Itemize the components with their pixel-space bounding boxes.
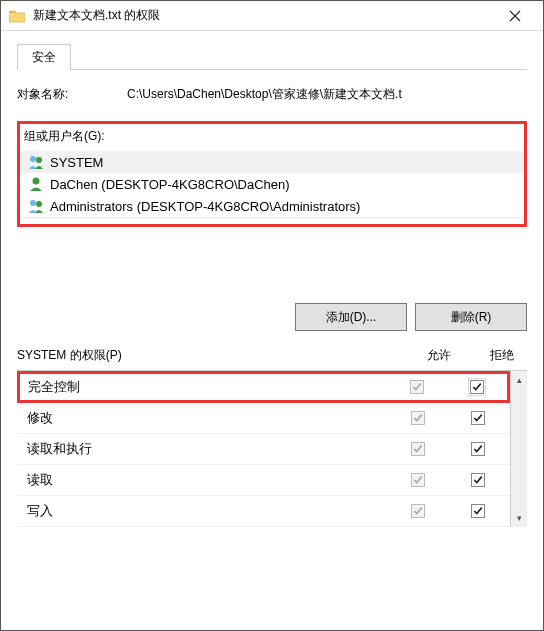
list-item-label: SYSTEM [50, 155, 103, 170]
deny-cell [456, 442, 500, 457]
group-buttons-row: 添加(D)... 删除(R) [17, 297, 527, 343]
list-item[interactable]: SYSTEM [20, 151, 524, 173]
permissions-header-row: SYSTEM 的权限(P) 允许 拒绝 [17, 347, 527, 364]
checkbox[interactable] [471, 473, 485, 487]
list-item[interactable]: Administrators (DESKTOP-4KG8CRO\Administ… [20, 195, 524, 217]
deny-cell [456, 504, 500, 519]
permission-row: 完全控制 [17, 371, 510, 403]
checkbox[interactable] [471, 442, 485, 456]
add-button[interactable]: 添加(D)... [295, 303, 407, 331]
deny-cell [456, 411, 500, 426]
object-name-value: C:\Users\DaChen\Desktop\管家速修\新建文本文档.t [127, 86, 527, 103]
permission-row: 读取和执行 [17, 434, 510, 465]
content-area: 安全 对象名称: C:\Users\DaChen\Desktop\管家速修\新建… [1, 31, 543, 630]
tab-security[interactable]: 安全 [17, 44, 71, 70]
groups-listbox[interactable]: SYSTEM DaChen (DESKTOP-4KG8CRO\DaChen) A… [20, 151, 524, 218]
allow-header: 允许 [401, 347, 477, 364]
svg-point-0 [30, 156, 36, 162]
permission-name: 完全控制 [28, 378, 379, 396]
permission-name: 读取 [27, 471, 380, 489]
spacer [17, 227, 527, 297]
checkbox [411, 504, 425, 518]
scroll-up-icon[interactable]: ▴ [511, 371, 527, 389]
allow-cell [380, 442, 456, 457]
permission-name: 读取和执行 [27, 440, 380, 458]
checkbox [410, 380, 424, 394]
groups-label: 组或用户名(G): [20, 128, 524, 151]
permission-name: 修改 [27, 409, 380, 427]
allow-cell [380, 473, 456, 488]
checkbox [411, 411, 425, 425]
svg-point-2 [33, 178, 40, 185]
groups-area-highlight: 组或用户名(G): SYSTEM DaChen (DESKTOP-4KG8CRO… [17, 121, 527, 227]
close-button[interactable] [495, 2, 535, 30]
list-item-label: Administrators (DESKTOP-4KG8CRO\Administ… [50, 199, 360, 214]
allow-cell [380, 411, 456, 426]
titlebar: 新建文本文档.txt 的权限 [1, 1, 543, 31]
checkbox[interactable] [471, 504, 485, 518]
group-icon [28, 154, 44, 170]
object-name-row: 对象名称: C:\Users\DaChen\Desktop\管家速修\新建文本文… [17, 86, 527, 103]
scroll-track[interactable] [511, 389, 527, 509]
checkbox[interactable] [470, 380, 484, 394]
scrollbar-vertical[interactable]: ▴ ▾ [510, 371, 527, 527]
deny-header: 拒绝 [477, 347, 527, 364]
dialog-window: 新建文本文档.txt 的权限 安全 对象名称: C:\Users\DaChen\… [0, 0, 544, 631]
user-icon [28, 176, 44, 192]
tab-panel-security: 对象名称: C:\Users\DaChen\Desktop\管家速修\新建文本文… [17, 69, 527, 630]
object-name-label: 对象名称: [17, 86, 127, 103]
permission-row: 修改 [17, 403, 510, 434]
svg-point-4 [36, 201, 42, 207]
allow-cell [380, 504, 456, 519]
permissions-listbox[interactable]: 完全控制修改读取和执行读取写入 [17, 371, 510, 527]
deny-cell [456, 473, 500, 488]
permission-row: 读取 [17, 465, 510, 496]
list-item-label: DaChen (DESKTOP-4KG8CRO\DaChen) [50, 177, 290, 192]
group-icon [28, 198, 44, 214]
window-title: 新建文本文档.txt 的权限 [33, 7, 495, 24]
svg-point-1 [36, 157, 42, 163]
permissions-for-label: SYSTEM 的权限(P) [17, 347, 401, 364]
checkbox [411, 473, 425, 487]
permissions-list-wrapper: 完全控制修改读取和执行读取写入 ▴ ▾ [17, 370, 527, 527]
remove-button[interactable]: 删除(R) [415, 303, 527, 331]
svg-point-3 [30, 200, 36, 206]
allow-cell [379, 380, 455, 395]
tab-strip: 安全 [17, 43, 527, 69]
permission-name: 写入 [27, 502, 380, 520]
scroll-down-icon[interactable]: ▾ [511, 509, 527, 527]
permission-row: 写入 [17, 496, 510, 527]
folder-icon [9, 9, 25, 23]
list-item[interactable]: DaChen (DESKTOP-4KG8CRO\DaChen) [20, 173, 524, 195]
checkbox [411, 442, 425, 456]
deny-cell [455, 380, 499, 395]
checkbox[interactable] [471, 411, 485, 425]
